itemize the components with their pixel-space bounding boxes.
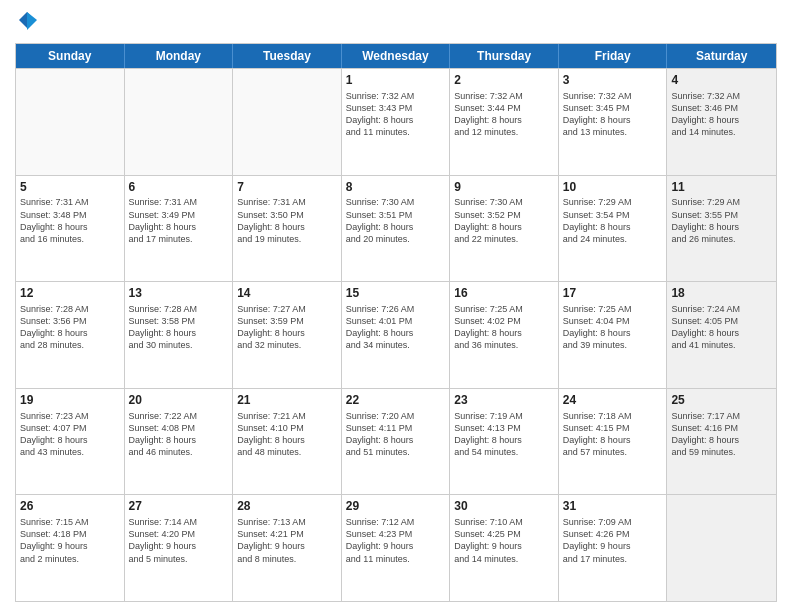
cal-cell-r4-c2: 20Sunrise: 7:22 AM Sunset: 4:08 PM Dayli… (125, 389, 234, 495)
cal-cell-r3-c5: 16Sunrise: 7:25 AM Sunset: 4:02 PM Dayli… (450, 282, 559, 388)
calendar-row-5: 26Sunrise: 7:15 AM Sunset: 4:18 PM Dayli… (16, 494, 776, 601)
cell-info: Sunrise: 7:32 AM Sunset: 3:44 PM Dayligh… (454, 90, 554, 139)
weekday-header-monday: Monday (125, 44, 234, 68)
cell-info: Sunrise: 7:27 AM Sunset: 3:59 PM Dayligh… (237, 303, 337, 352)
weekday-header-sunday: Sunday (16, 44, 125, 68)
cell-info: Sunrise: 7:22 AM Sunset: 4:08 PM Dayligh… (129, 410, 229, 459)
cal-cell-r3-c2: 13Sunrise: 7:28 AM Sunset: 3:58 PM Dayli… (125, 282, 234, 388)
cell-info: Sunrise: 7:12 AM Sunset: 4:23 PM Dayligh… (346, 516, 446, 565)
cal-cell-r2-c3: 7Sunrise: 7:31 AM Sunset: 3:50 PM Daylig… (233, 176, 342, 282)
calendar: SundayMondayTuesdayWednesdayThursdayFrid… (15, 43, 777, 602)
day-number: 16 (454, 285, 554, 302)
cal-cell-r2-c4: 8Sunrise: 7:30 AM Sunset: 3:51 PM Daylig… (342, 176, 451, 282)
page: SundayMondayTuesdayWednesdayThursdayFrid… (0, 0, 792, 612)
day-number: 27 (129, 498, 229, 515)
weekday-header-tuesday: Tuesday (233, 44, 342, 68)
day-number: 28 (237, 498, 337, 515)
day-number: 24 (563, 392, 663, 409)
cal-cell-r2-c6: 10Sunrise: 7:29 AM Sunset: 3:54 PM Dayli… (559, 176, 668, 282)
day-number: 7 (237, 179, 337, 196)
header (15, 10, 777, 35)
cal-cell-r1-c4: 1Sunrise: 7:32 AM Sunset: 3:43 PM Daylig… (342, 69, 451, 175)
cal-cell-r2-c1: 5Sunrise: 7:31 AM Sunset: 3:48 PM Daylig… (16, 176, 125, 282)
cal-cell-r1-c1 (16, 69, 125, 175)
cell-info: Sunrise: 7:29 AM Sunset: 3:54 PM Dayligh… (563, 196, 663, 245)
cell-info: Sunrise: 7:21 AM Sunset: 4:10 PM Dayligh… (237, 410, 337, 459)
day-number: 31 (563, 498, 663, 515)
day-number: 11 (671, 179, 772, 196)
cal-cell-r4-c7: 25Sunrise: 7:17 AM Sunset: 4:16 PM Dayli… (667, 389, 776, 495)
day-number: 8 (346, 179, 446, 196)
cell-info: Sunrise: 7:14 AM Sunset: 4:20 PM Dayligh… (129, 516, 229, 565)
logo-icon (17, 10, 37, 30)
day-number: 23 (454, 392, 554, 409)
cal-cell-r2-c2: 6Sunrise: 7:31 AM Sunset: 3:49 PM Daylig… (125, 176, 234, 282)
weekday-header-saturday: Saturday (667, 44, 776, 68)
svg-marker-1 (27, 12, 37, 30)
day-number: 15 (346, 285, 446, 302)
cal-cell-r5-c5: 30Sunrise: 7:10 AM Sunset: 4:25 PM Dayli… (450, 495, 559, 601)
day-number: 4 (671, 72, 772, 89)
cal-cell-r4-c4: 22Sunrise: 7:20 AM Sunset: 4:11 PM Dayli… (342, 389, 451, 495)
day-number: 13 (129, 285, 229, 302)
logo (15, 10, 37, 35)
cell-info: Sunrise: 7:31 AM Sunset: 3:49 PM Dayligh… (129, 196, 229, 245)
day-number: 18 (671, 285, 772, 302)
cell-info: Sunrise: 7:26 AM Sunset: 4:01 PM Dayligh… (346, 303, 446, 352)
calendar-body: 1Sunrise: 7:32 AM Sunset: 3:43 PM Daylig… (16, 68, 776, 601)
calendar-header-row: SundayMondayTuesdayWednesdayThursdayFrid… (16, 44, 776, 68)
day-number: 14 (237, 285, 337, 302)
calendar-row-3: 12Sunrise: 7:28 AM Sunset: 3:56 PM Dayli… (16, 281, 776, 388)
calendar-row-4: 19Sunrise: 7:23 AM Sunset: 4:07 PM Dayli… (16, 388, 776, 495)
cal-cell-r5-c1: 26Sunrise: 7:15 AM Sunset: 4:18 PM Dayli… (16, 495, 125, 601)
cal-cell-r1-c5: 2Sunrise: 7:32 AM Sunset: 3:44 PM Daylig… (450, 69, 559, 175)
day-number: 25 (671, 392, 772, 409)
calendar-row-2: 5Sunrise: 7:31 AM Sunset: 3:48 PM Daylig… (16, 175, 776, 282)
cal-cell-r3-c6: 17Sunrise: 7:25 AM Sunset: 4:04 PM Dayli… (559, 282, 668, 388)
cell-info: Sunrise: 7:31 AM Sunset: 3:48 PM Dayligh… (20, 196, 120, 245)
cell-info: Sunrise: 7:28 AM Sunset: 3:58 PM Dayligh… (129, 303, 229, 352)
day-number: 5 (20, 179, 120, 196)
day-number: 19 (20, 392, 120, 409)
cell-info: Sunrise: 7:10 AM Sunset: 4:25 PM Dayligh… (454, 516, 554, 565)
day-number: 10 (563, 179, 663, 196)
cal-cell-r5-c4: 29Sunrise: 7:12 AM Sunset: 4:23 PM Dayli… (342, 495, 451, 601)
cal-cell-r5-c6: 31Sunrise: 7:09 AM Sunset: 4:26 PM Dayli… (559, 495, 668, 601)
cell-info: Sunrise: 7:32 AM Sunset: 3:45 PM Dayligh… (563, 90, 663, 139)
day-number: 1 (346, 72, 446, 89)
cell-info: Sunrise: 7:25 AM Sunset: 4:04 PM Dayligh… (563, 303, 663, 352)
cell-info: Sunrise: 7:30 AM Sunset: 3:52 PM Dayligh… (454, 196, 554, 245)
day-number: 22 (346, 392, 446, 409)
cell-info: Sunrise: 7:31 AM Sunset: 3:50 PM Dayligh… (237, 196, 337, 245)
cal-cell-r5-c2: 27Sunrise: 7:14 AM Sunset: 4:20 PM Dayli… (125, 495, 234, 601)
cal-cell-r4-c5: 23Sunrise: 7:19 AM Sunset: 4:13 PM Dayli… (450, 389, 559, 495)
day-number: 3 (563, 72, 663, 89)
cal-cell-r4-c3: 21Sunrise: 7:21 AM Sunset: 4:10 PM Dayli… (233, 389, 342, 495)
cal-cell-r2-c7: 11Sunrise: 7:29 AM Sunset: 3:55 PM Dayli… (667, 176, 776, 282)
cal-cell-r4-c1: 19Sunrise: 7:23 AM Sunset: 4:07 PM Dayli… (16, 389, 125, 495)
weekday-header-thursday: Thursday (450, 44, 559, 68)
cal-cell-r1-c7: 4Sunrise: 7:32 AM Sunset: 3:46 PM Daylig… (667, 69, 776, 175)
weekday-header-wednesday: Wednesday (342, 44, 451, 68)
cell-info: Sunrise: 7:15 AM Sunset: 4:18 PM Dayligh… (20, 516, 120, 565)
cell-info: Sunrise: 7:25 AM Sunset: 4:02 PM Dayligh… (454, 303, 554, 352)
cell-info: Sunrise: 7:17 AM Sunset: 4:16 PM Dayligh… (671, 410, 772, 459)
day-number: 12 (20, 285, 120, 302)
cell-info: Sunrise: 7:24 AM Sunset: 4:05 PM Dayligh… (671, 303, 772, 352)
cal-cell-r2-c5: 9Sunrise: 7:30 AM Sunset: 3:52 PM Daylig… (450, 176, 559, 282)
cell-info: Sunrise: 7:20 AM Sunset: 4:11 PM Dayligh… (346, 410, 446, 459)
day-number: 9 (454, 179, 554, 196)
day-number: 17 (563, 285, 663, 302)
day-number: 26 (20, 498, 120, 515)
cell-info: Sunrise: 7:18 AM Sunset: 4:15 PM Dayligh… (563, 410, 663, 459)
cell-info: Sunrise: 7:13 AM Sunset: 4:21 PM Dayligh… (237, 516, 337, 565)
cell-info: Sunrise: 7:19 AM Sunset: 4:13 PM Dayligh… (454, 410, 554, 459)
day-number: 29 (346, 498, 446, 515)
cell-info: Sunrise: 7:23 AM Sunset: 4:07 PM Dayligh… (20, 410, 120, 459)
cal-cell-r5-c3: 28Sunrise: 7:13 AM Sunset: 4:21 PM Dayli… (233, 495, 342, 601)
day-number: 20 (129, 392, 229, 409)
cal-cell-r4-c6: 24Sunrise: 7:18 AM Sunset: 4:15 PM Dayli… (559, 389, 668, 495)
cell-info: Sunrise: 7:32 AM Sunset: 3:43 PM Dayligh… (346, 90, 446, 139)
calendar-row-1: 1Sunrise: 7:32 AM Sunset: 3:43 PM Daylig… (16, 68, 776, 175)
cell-info: Sunrise: 7:09 AM Sunset: 4:26 PM Dayligh… (563, 516, 663, 565)
